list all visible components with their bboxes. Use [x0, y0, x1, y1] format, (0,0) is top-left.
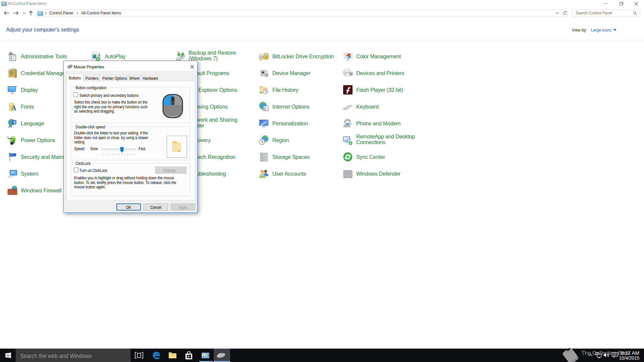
svg-text:A: A: [11, 104, 16, 112]
svg-text:字: 字: [13, 120, 16, 124]
svg-text:A: A: [8, 123, 12, 129]
